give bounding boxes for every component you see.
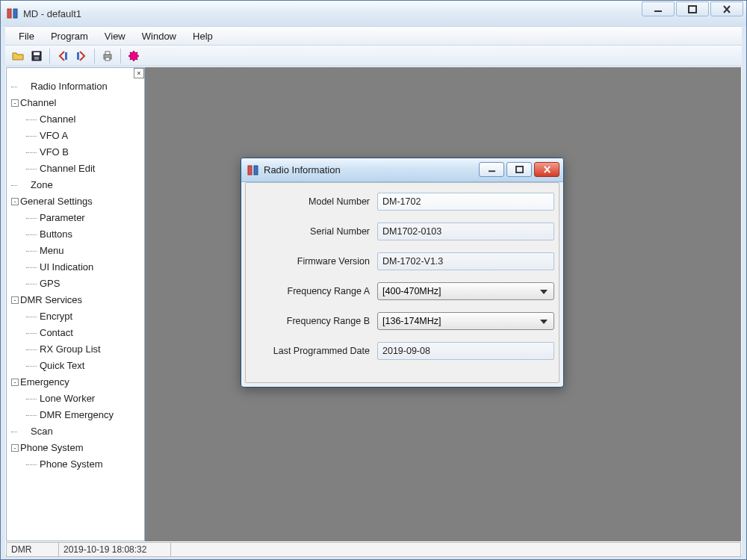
svg-rect-6 xyxy=(34,57,39,60)
tree-item-label: Channel xyxy=(40,113,75,125)
dialog-titlebar[interactable]: Radio Information xyxy=(241,158,563,182)
tree-item-channel[interactable]: Channel xyxy=(10,111,144,128)
tree-item-lone-worker[interactable]: Lone Worker xyxy=(10,391,144,407)
tree-item-phone-system[interactable]: -Phone System xyxy=(10,440,144,456)
menu-program[interactable]: Program xyxy=(43,28,96,44)
tree-item-channel[interactable]: -Channel xyxy=(10,95,144,111)
tree-item-radio-information[interactable]: Radio Information xyxy=(10,78,144,95)
maximize-button[interactable] xyxy=(676,1,709,16)
freq-range-b-value: [136-174MHz] xyxy=(382,316,441,326)
svg-rect-7 xyxy=(65,52,67,60)
toolbar-separator xyxy=(94,49,95,63)
model-number-input[interactable] xyxy=(377,193,554,211)
minimize-button[interactable] xyxy=(642,1,675,16)
tree-item-label: Parameter xyxy=(40,212,85,223)
tree-item-label: DMR Services xyxy=(20,294,82,305)
window-title: MD - default1 xyxy=(23,8,81,19)
dialog-minimize-button[interactable] xyxy=(479,162,504,177)
tree-item-ui-indication[interactable]: UI Indication xyxy=(10,259,144,276)
tree-expander-icon[interactable]: - xyxy=(11,99,19,107)
titlebar[interactable]: MD - default1 xyxy=(1,1,746,26)
freq-range-b-select[interactable]: [136-174MHz] xyxy=(377,312,554,330)
tree-item-label: VFO A xyxy=(40,130,68,141)
tree-item-label: Contact xyxy=(40,327,73,338)
tree-item-label: Channel Edit xyxy=(40,163,95,174)
status-mode: DMR xyxy=(7,543,59,556)
tree-item-gps[interactable]: GPS xyxy=(10,276,144,292)
tree-item-phone-system[interactable]: Phone System xyxy=(10,456,144,473)
app-icon xyxy=(7,7,19,19)
tree-item-label: Menu xyxy=(40,245,64,256)
menu-file[interactable]: File xyxy=(11,28,42,44)
serial-number-input[interactable] xyxy=(377,223,554,240)
sidebar-close-icon[interactable]: × xyxy=(134,68,144,78)
toolbar xyxy=(5,46,742,66)
tree-item-encrypt[interactable]: Encrypt xyxy=(10,308,144,325)
tree-item-label: Lone Worker xyxy=(40,393,95,404)
svg-rect-0 xyxy=(7,9,11,18)
tree-item-label: Quick Text xyxy=(40,360,84,371)
svg-rect-5 xyxy=(34,52,40,55)
dialog-title: Radio Information xyxy=(264,164,341,175)
status-timestamp: 2019-10-19 18:08:32 xyxy=(59,543,171,556)
tree-item-label: GPS xyxy=(40,278,60,289)
svg-rect-14 xyxy=(488,170,495,172)
tree-item-buttons[interactable]: Buttons xyxy=(10,226,144,243)
menu-help[interactable]: Help xyxy=(185,28,220,44)
dialog-maximize-button[interactable] xyxy=(506,162,532,177)
save-icon[interactable] xyxy=(28,48,45,64)
last-programmed-label: Last Programmed Date xyxy=(250,346,377,356)
tree-item-label: Phone System xyxy=(20,442,84,453)
tree-item-label: DMR Emergency xyxy=(40,409,114,420)
menu-window[interactable]: Window xyxy=(134,28,184,44)
tree-item-label: Radio Information xyxy=(31,81,108,92)
mdi-area[interactable]: Radio Information Model Number Serial Nu… xyxy=(145,67,741,541)
tree-expander-icon[interactable]: - xyxy=(11,444,19,452)
tree-item-contact[interactable]: Contact xyxy=(10,325,144,341)
svg-rect-1 xyxy=(13,9,17,18)
tree-item-emergency[interactable]: -Emergency xyxy=(10,374,144,391)
dialog-body: Model Number Serial Number Firmware Vers… xyxy=(250,191,554,378)
dialog-icon xyxy=(247,164,259,176)
tree-item-rx-group-list[interactable]: RX Group List xyxy=(10,341,144,358)
svg-rect-15 xyxy=(515,167,522,172)
radio-info-dialog: Radio Information Model Number Serial Nu… xyxy=(241,158,564,388)
dialog-close-button[interactable] xyxy=(534,162,560,177)
tree-item-menu[interactable]: Menu xyxy=(10,243,144,259)
tree-item-zone[interactable]: Zone xyxy=(10,177,144,193)
menu-view[interactable]: View xyxy=(97,28,133,44)
tree-item-label: Zone xyxy=(31,179,53,190)
close-button[interactable] xyxy=(710,1,743,16)
tree-expander-icon[interactable]: - xyxy=(11,296,19,304)
tree-item-parameter[interactable]: Parameter xyxy=(10,210,144,226)
svg-rect-10 xyxy=(105,52,110,55)
freq-range-a-value: [400-470MHz] xyxy=(382,286,441,296)
settings-icon[interactable] xyxy=(125,48,142,64)
open-icon[interactable] xyxy=(10,48,26,64)
print-icon[interactable] xyxy=(99,48,116,64)
tree-expander-icon[interactable]: - xyxy=(11,379,19,386)
tree-item-vfo-a[interactable]: VFO A xyxy=(10,128,144,144)
tree-item-general-settings[interactable]: -General Settings xyxy=(10,193,144,210)
tree-item-label: General Settings xyxy=(20,196,93,207)
sidebar-tree: × Radio Information-ChannelChannelVFO AV… xyxy=(6,67,145,541)
firmware-version-input[interactable] xyxy=(377,252,554,270)
tree-item-channel-edit[interactable]: Channel Edit xyxy=(10,161,144,177)
tree-item-label: Phone System xyxy=(40,458,103,470)
tree-item-scan[interactable]: Scan xyxy=(10,423,144,440)
firmware-version-label: Firmware Version xyxy=(250,256,377,267)
tree-item-dmr-services[interactable]: -DMR Services xyxy=(10,292,144,308)
write-radio-icon[interactable] xyxy=(73,48,90,64)
last-programmed-input[interactable] xyxy=(377,342,554,360)
tree-item-dmr-emergency[interactable]: DMR Emergency xyxy=(10,407,144,423)
freq-range-a-select[interactable]: [400-470MHz] xyxy=(377,282,554,300)
read-radio-icon[interactable] xyxy=(55,48,71,64)
window-controls xyxy=(642,1,743,16)
tree-item-quick-text[interactable]: Quick Text xyxy=(10,358,144,374)
tree-item-vfo-b[interactable]: VFO B xyxy=(10,144,144,161)
tree-expander-icon[interactable]: - xyxy=(11,198,19,205)
svg-rect-11 xyxy=(105,57,110,60)
svg-rect-13 xyxy=(254,166,258,175)
status-spacer xyxy=(171,543,740,556)
work-area: × Radio Information-ChannelChannelVFO AV… xyxy=(6,67,741,541)
